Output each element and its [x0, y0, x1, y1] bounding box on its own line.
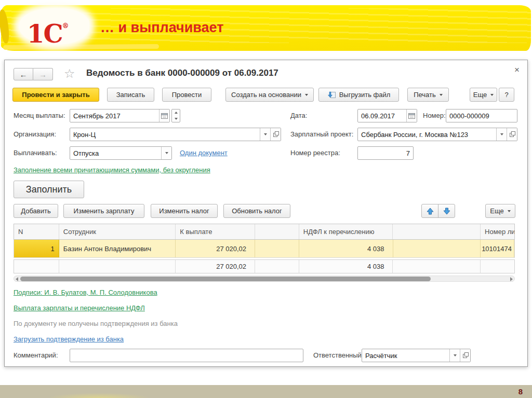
scroll-right-icon[interactable] [510, 277, 513, 281]
chevron-down-icon [490, 94, 494, 96]
update-tax-button[interactable]: Обновить налог [223, 204, 290, 218]
total-spacer [59, 260, 176, 273]
page-number: 8 [518, 387, 523, 396]
date-label: Дата: [290, 112, 307, 119]
calendar-icon[interactable] [159, 109, 169, 122]
scrollbar-thumb[interactable] [20, 277, 431, 281]
slide-title: … и выплачивает [100, 20, 223, 36]
registry-number-input[interactable] [358, 147, 413, 159]
post-button[interactable]: Провести [162, 88, 211, 102]
chevron-down-icon[interactable] [161, 147, 171, 159]
load-confirmation-link[interactable]: Загрузить подтверждение из банка [14, 335, 124, 343]
button-label: Обновить налог [232, 207, 282, 215]
create-based-on-button[interactable]: Создать на основании [225, 88, 314, 102]
back-button[interactable]: ← [14, 68, 33, 80]
spin-down-icon[interactable] [172, 116, 180, 122]
move-down-button[interactable] [438, 204, 455, 218]
cell-spacer [393, 240, 481, 257]
horizontal-scrollbar[interactable] [14, 276, 515, 282]
export-file-button[interactable]: Выгрузить файл [318, 88, 399, 102]
button-label: Еще [490, 207, 503, 215]
move-up-button[interactable] [421, 204, 438, 218]
registered-mark: ® [62, 22, 69, 30]
scroll-left-icon[interactable] [16, 277, 18, 281]
organization-input[interactable] [70, 128, 260, 141]
document-window: ← → ☆ Ведомость в банк 0000-000009 от 06… [4, 60, 528, 367]
header-spacer [393, 224, 481, 239]
comment-input[interactable] [70, 349, 303, 362]
number-input[interactable] [446, 109, 517, 122]
chevron-down-icon[interactable] [496, 128, 507, 141]
header-amount[interactable]: К выплате [176, 224, 255, 239]
forward-button[interactable]: → [33, 68, 53, 80]
forward-icon: → [39, 70, 47, 79]
responsible-input[interactable] [362, 349, 449, 362]
month-spinner[interactable] [171, 109, 180, 122]
table-header-row: N Сотрудник К выплате НДФЛ к перечислени… [14, 224, 515, 240]
payment-settings-link[interactable]: Выплата зарплаты и перечисление НДФЛ [14, 304, 145, 312]
open-item-icon[interactable] [507, 128, 517, 141]
change-tax-button[interactable]: Изменить налог [151, 204, 218, 218]
button-label: Провести [172, 91, 202, 99]
month-label: Месяц выплаты: [14, 112, 65, 119]
1c-logo: 1С® [27, 10, 69, 49]
pay-input[interactable] [70, 147, 161, 159]
favorite-star-icon[interactable]: ☆ [64, 67, 75, 80]
fill-button[interactable]: Заполнить [14, 181, 84, 198]
button-label: Выгрузить файл [339, 91, 391, 99]
presentation-slide: 1С® … и выплачивает ← → ☆ Ведомость в ба… [0, 0, 532, 398]
header-employee[interactable]: Сотрудник [59, 224, 176, 239]
more-button[interactable]: Еще [470, 88, 497, 102]
number-field [446, 109, 517, 122]
arrow-down-icon [443, 208, 450, 215]
header-account[interactable]: Номер ли [481, 224, 514, 239]
post-and-close-button[interactable]: Провести и закрыть [12, 88, 99, 102]
button-label: ? [504, 91, 508, 99]
close-icon[interactable]: × [514, 65, 520, 75]
button-label: Изменить налог [159, 207, 209, 215]
total-spacer [393, 260, 481, 273]
button-label: Изменить зарплату [74, 207, 135, 215]
help-button[interactable]: ? [499, 88, 514, 102]
cell-ndfl: 4 038 [299, 240, 393, 257]
comment-field [70, 349, 303, 362]
pay-label: Выплачивать: [14, 149, 57, 157]
table-totals-row: 27 020,02 4 038 [14, 259, 515, 273]
date-input[interactable] [358, 109, 406, 122]
add-row-button[interactable]: Добавить [14, 204, 58, 218]
window-title: Ведомость в банк 0000-000009 от 06.09.20… [86, 68, 278, 78]
back-icon: ← [20, 70, 28, 79]
one-document-link[interactable]: Один документ [180, 149, 228, 157]
nav-button-group: ← → [14, 68, 53, 80]
chevron-down-icon[interactable] [260, 128, 270, 141]
slide-footer-bar: 8 [0, 385, 532, 398]
month-input[interactable] [70, 109, 159, 122]
registry-number-field [357, 146, 414, 160]
fill-method-link[interactable]: Заполнение всеми причитающимися суммами,… [14, 166, 210, 174]
bank-confirmation-status: По документу не получены подтверждения и… [14, 320, 178, 327]
chevron-down-icon [305, 94, 308, 96]
total-spacer [255, 260, 299, 273]
chevron-down-icon[interactable] [449, 349, 460, 362]
open-item-icon[interactable] [460, 349, 470, 362]
salary-project-input[interactable] [358, 128, 496, 141]
header-n[interactable]: N [14, 224, 59, 239]
table-more-button[interactable]: Еще [485, 204, 515, 218]
signatures-link[interactable]: Подписи: И. В. Булатов, М. П. Солодовник… [14, 289, 157, 296]
responsible-field [362, 349, 471, 362]
print-button[interactable]: Печать [407, 88, 449, 102]
organization-field [70, 128, 281, 141]
change-salary-button[interactable]: Изменить зарплату [63, 204, 144, 218]
header-ndfl[interactable]: НДФЛ к перечислению [299, 224, 393, 239]
spin-up-icon[interactable] [172, 109, 180, 116]
total-spacer [481, 260, 514, 273]
calendar-icon[interactable] [406, 109, 417, 122]
pay-field [70, 146, 172, 160]
table-row[interactable]: 1 Базин Антон Владимирович 27 020,02 4 0… [14, 240, 515, 258]
open-item-icon[interactable] [270, 128, 281, 141]
salary-project-field [357, 128, 517, 141]
logo-text: 1С [27, 19, 62, 48]
cell-account: 10101474 [481, 240, 514, 257]
save-button[interactable]: Записать [107, 88, 154, 102]
total-ndfl: 4 038 [299, 260, 393, 273]
